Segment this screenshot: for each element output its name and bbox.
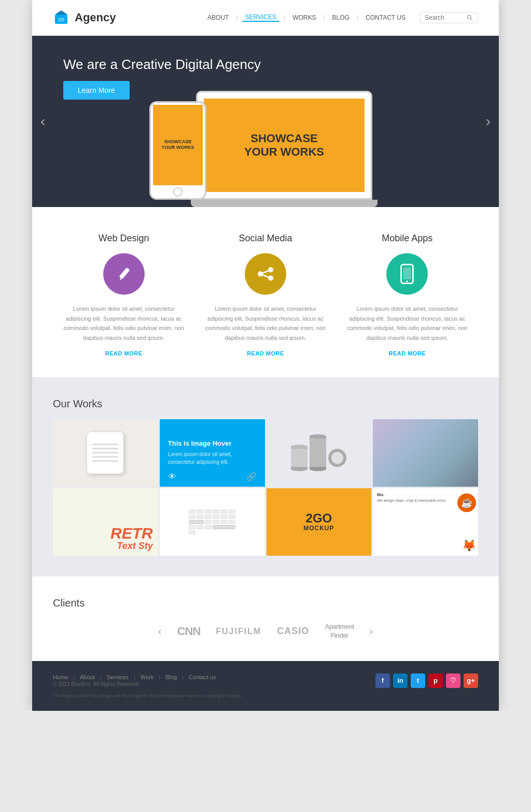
svg-point-15 [406,280,408,282]
clients-prev-button[interactable]: ‹ [158,625,162,637]
footer-nav-home[interactable]: Home [53,674,68,680]
social-gplus-button[interactable]: g+ [464,673,478,688]
laptop-screen-text: SHOWCASEYOUR WORKS [244,132,324,159]
logo-text: Agency [75,11,116,24]
work-item-retro[interactable]: RETR Text Sty [53,488,158,556]
logo[interactable]: Agency [53,9,116,26]
notebook-visual [87,432,123,474]
phone-frame: SHOWCASEYOUR WORKS [149,101,206,200]
logo-mockup-sub: MOCKUP [303,525,334,532]
retro-sub: Text Sty [117,541,152,550]
works-title: Our Works [53,398,478,410]
social-facebook-button[interactable]: f [375,673,390,688]
service-web-design-icon [103,253,145,295]
client-apartment-finder: ApartmentFinder [325,623,354,640]
service-mobile-apps-icon [386,253,428,295]
service-social-media-icon [245,253,286,295]
service-mobile-apps: Mobile Apps Lorem ipsum dolor sit amet, … [337,233,478,356]
nav-works[interactable]: WORKS [289,14,319,21]
service-social-media-read-more[interactable]: READ MORE [247,350,284,356]
service-web-design-desc: Lorem ipsum dolor sit amet, consectetur … [63,304,184,343]
share-icon [255,264,276,284]
clients-title: Clients [53,597,478,609]
hero-title: We are a Creative Digital Agency [63,57,261,73]
learn-more-button[interactable]: Learn More [63,81,130,100]
laptop-screen-container: SHOWCASEYOUR WORKS [196,91,372,200]
service-web-design-read-more[interactable]: READ MORE [105,350,143,356]
database-visual [286,429,352,476]
social-pinterest-button[interactable]: p [428,673,443,688]
abstract-visual [373,419,478,487]
work-item-keyboard[interactable] [160,488,265,556]
service-web-design: Web Design Lorem ipsum dolor sit amet, c… [53,233,194,356]
work-hover-desc: Lorem ipsum dolor sit amet, consectetur … [168,450,257,466]
hero-devices: SHOWCASEYOUR WORKS SHOWCASEYOUR WORKS [191,91,378,207]
social-twitter-button[interactable]: t [411,673,425,688]
service-mobile-apps-desc: Lorem ipsum dolor sit amet, consectetur … [347,304,468,343]
main-nav: ABOUT | SERVICES | WORKS | BLOG | CONTAC… [204,12,478,23]
laptop-base [191,200,378,207]
service-web-design-title: Web Design [99,233,149,244]
search-box[interactable] [420,12,478,23]
service-mobile-apps-title: Mobile Apps [382,233,432,244]
works-section: Our Works This is Image Hover Lorem ipsu… [32,377,499,576]
header: Agency ABOUT | SERVICES | WORKS | BLOG |… [32,0,499,36]
work-item-hover[interactable]: This is Image Hover Lorem ipsum dolor si… [160,419,265,487]
nav-contact[interactable]: CONTACT US [362,14,409,21]
hero-section: We are a Creative Digital Agency Learn M… [32,36,499,207]
work-hover-title: This is Image Hover [168,439,257,447]
footer-nav-services[interactable]: Services [107,674,129,680]
footer-copyright: © 2013 BlueBox. All Rights Reserved. [53,681,216,687]
service-mobile-apps-read-more[interactable]: READ MORE [388,350,426,356]
svg-marker-1 [55,10,67,15]
footer-nav-work[interactable]: Work [141,674,153,680]
link-icon: 🔗 [246,472,257,481]
work-item-notebook[interactable] [53,419,158,487]
social-linkedin-button[interactable]: in [393,673,408,688]
laptop-screen: SHOWCASEYOUR WORKS [204,99,365,192]
hero-next-button[interactable]: › [486,113,491,130]
nav-services[interactable]: SERVICES [242,13,280,22]
footer: Home | About | Services | Work | Blog | … [32,661,499,711]
svg-rect-2 [58,18,64,22]
clients-next-button[interactable]: › [369,625,373,637]
search-input[interactable] [425,14,466,21]
page-wrapper: Agency ABOUT | SERVICES | WORKS | BLOG |… [32,0,499,711]
phone-screen-text: SHOWCASEYOUR WORKS [162,139,194,150]
footer-nav: Home | About | Services | Work | Blog | … [53,674,216,680]
service-social-media-desc: Lorem ipsum dolor sit amet, consectetur … [205,304,326,343]
phone-icon [398,264,416,284]
site-icon-small: 🦊 [462,539,476,553]
clients-row: ‹ CNN FUJIFILM CASIO ApartmentFinder › [53,623,478,640]
work-item-abstract[interactable] [373,419,478,487]
pencil-icon [115,265,133,283]
phone-mockup: SHOWCASEYOUR WORKS [149,101,206,200]
footer-top: Home | About | Services | Work | Blog | … [53,673,478,688]
nav-blog[interactable]: BLOG [329,14,353,21]
logo-icon [53,9,69,26]
footer-nav-contact[interactable]: Contact us [189,674,216,680]
svg-rect-14 [403,268,411,280]
retro-text: RETR [110,526,153,541]
disc-visual [328,449,346,467]
work-item-icons-site[interactable]: Biz. We design clean, crisp & memorable … [373,488,478,556]
search-icon [466,14,473,21]
client-casio: CASIO [277,626,309,637]
works-grid: This is Image Hover Lorem ipsum dolor si… [53,419,478,556]
hero-prev-button[interactable]: ‹ [40,113,45,130]
client-cnn: CNN [177,625,201,638]
phone-home-button [173,187,183,197]
eye-icon: 👁 [168,472,176,481]
footer-nav-about[interactable]: About [80,674,95,680]
keyboard-visual [189,510,235,534]
nav-about[interactable]: ABOUT [204,14,232,21]
footer-left: Home | About | Services | Work | Blog | … [53,674,216,687]
footer-nav-blog[interactable]: Blog [165,674,177,680]
footer-disclaimer: The logos used in the design are the pro… [53,693,478,698]
work-item-logo-mockup[interactable]: 2GO MOCKUP [267,488,372,556]
social-dribbble-button[interactable]: ♡ [446,673,460,688]
services-section: Web Design Lorem ipsum dolor sit amet, c… [32,207,499,377]
svg-point-3 [467,15,471,19]
service-social-media: Social Media Lorem ipsum dolor sit amet,… [194,233,336,356]
work-item-database[interactable] [267,419,372,487]
